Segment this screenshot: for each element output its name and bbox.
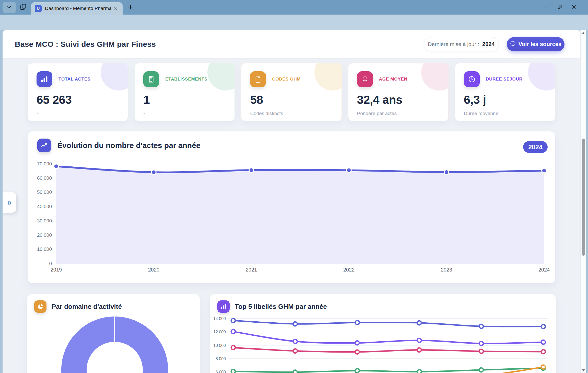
actes-line-chart: 010 00020 00030 00040 00050 00060 00070 … <box>28 131 555 283</box>
last-update-value: 2024 <box>482 41 495 48</box>
stat-sub: Durée moyenne <box>464 111 546 116</box>
person-icon <box>357 71 373 87</box>
page-scrollbar[interactable] <box>580 30 586 373</box>
svg-text:2019: 2019 <box>51 267 62 273</box>
svg-text:14 000: 14 000 <box>213 317 226 321</box>
last-update-label: Dernière mise à jour : <box>428 41 479 47</box>
window-minimize-button[interactable] <box>539 3 551 12</box>
stat-sub: - <box>143 111 226 116</box>
clock-icon <box>464 71 480 87</box>
info-icon <box>510 40 516 48</box>
stat-card-total-actes: TOTAL ACTES 65 263 - <box>28 63 128 121</box>
tab-title: Dashboard - Memento Pharma <box>45 6 112 11</box>
top5-line-chart: 6 0008 00010 00012 00014 000 <box>210 294 556 373</box>
tab-close-icon[interactable] <box>112 5 119 12</box>
stat-value: 58 <box>250 93 333 107</box>
svg-text:20 000: 20 000 <box>37 232 52 238</box>
plus-icon <box>127 4 134 12</box>
last-update-pill: Dernière mise à jour : 2024 <box>424 37 499 51</box>
stat-value: 32,4 ans <box>357 93 440 107</box>
workspaces-button[interactable] <box>18 4 28 11</box>
window-restore-button[interactable] <box>554 3 566 12</box>
svg-text:10 000: 10 000 <box>37 246 52 252</box>
dashboard-page: Base MCO : Suivi des GHM par Finess Dern… <box>3 30 580 373</box>
building-icon <box>143 71 159 87</box>
browser-tab-strip: U Dashboard - Memento Pharma <box>0 0 588 15</box>
evolution-chart-card: Évolution du nombre d'actes par année 20… <box>28 131 555 283</box>
dashboard-header: Base MCO : Suivi des GHM par Finess Dern… <box>3 30 580 59</box>
svg-text:2021: 2021 <box>246 267 257 273</box>
svg-text:0: 0 <box>49 261 52 266</box>
scroll-down-arrow-icon[interactable] <box>582 369 585 371</box>
stat-card-codes-ghm: CODES GHM 58 Codes distincts <box>241 63 342 121</box>
document-icon <box>250 71 266 87</box>
stat-sub: Codes distincts <box>250 111 333 116</box>
scrollbar-thumb[interactable] <box>582 139 585 256</box>
chevron-down-icon <box>6 4 13 11</box>
restore-icon <box>557 4 562 10</box>
bar-chart-icon <box>37 71 52 87</box>
svg-text:12 000: 12 000 <box>213 330 226 334</box>
close-icon <box>571 4 577 10</box>
stat-card-duree-sejour: DURÉE SÉJOUR 6,3 j Durée moyenne <box>455 63 555 121</box>
svg-text:50 000: 50 000 <box>37 189 52 195</box>
svg-text:10 000: 10 000 <box>213 343 226 348</box>
stat-label: DURÉE SÉJOUR <box>486 77 523 82</box>
view-sources-button[interactable]: Voir les sources <box>507 37 565 51</box>
page-title: Base MCO : Suivi des GHM par Finess <box>15 40 156 49</box>
view-sources-label: Voir les sources <box>519 41 561 48</box>
stat-card-age-moyen: ÂGE MOYEN 32,4 ans Pondéré par actes <box>348 63 449 121</box>
stat-sub: Pondéré par actes <box>357 111 440 116</box>
domain-activity-card: Par domaine d'activité <box>27 294 200 373</box>
svg-text:2022: 2022 <box>343 267 355 273</box>
minimize-icon <box>543 4 548 11</box>
domain-donut-chart <box>27 294 200 373</box>
stats-row: TOTAL ACTES 65 263 - ÉTABLISSEMENTS 1 - <box>28 63 555 121</box>
stat-label: TOTAL ACTES <box>58 77 90 82</box>
new-tab-button[interactable] <box>126 4 135 12</box>
tab-search-button[interactable] <box>3 2 16 13</box>
browser-toolbar: https://www.mementopharma.com/dashboard.… <box>0 15 588 30</box>
scroll-up-arrow-icon[interactable] <box>582 32 585 34</box>
stat-sub: - <box>37 111 119 116</box>
svg-text:2024: 2024 <box>538 267 550 273</box>
sidebar-expand-button[interactable]: » <box>3 192 16 213</box>
svg-text:2023: 2023 <box>441 267 452 273</box>
svg-text:60 000: 60 000 <box>37 175 52 181</box>
svg-text:6 000: 6 000 <box>216 370 226 373</box>
double-chevron-right-icon: » <box>7 198 11 207</box>
stat-value: 6,3 j <box>464 93 546 107</box>
top5-ghm-card: Top 5 libellés GHM par année 6 0008 0001… <box>210 294 556 373</box>
svg-text:30 000: 30 000 <box>37 218 52 223</box>
svg-text:2020: 2020 <box>148 267 160 273</box>
stat-value: 65 263 <box>37 93 119 107</box>
browser-tab-active[interactable]: U Dashboard - Memento Pharma <box>31 2 123 15</box>
stat-value: 1 <box>143 93 226 107</box>
stacked-pages-icon <box>19 3 27 12</box>
stat-card-etablissements: ÉTABLISSEMENTS 1 - <box>134 63 235 121</box>
stat-label: ÉTABLISSEMENTS <box>165 77 207 82</box>
window-close-button[interactable] <box>568 3 580 12</box>
tab-favicon: U <box>35 5 42 12</box>
svg-text:8 000: 8 000 <box>216 357 226 361</box>
svg-text:40 000: 40 000 <box>37 204 52 209</box>
stat-label: CODES GHM <box>272 77 301 82</box>
svg-text:70 000: 70 000 <box>37 161 52 166</box>
stat-label: ÂGE MOYEN <box>379 77 407 82</box>
